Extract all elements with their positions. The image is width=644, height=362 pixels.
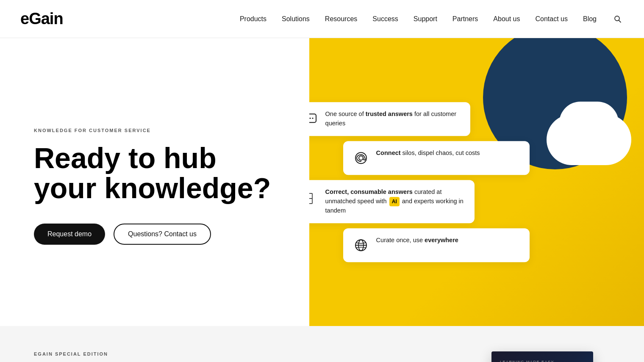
feature-card-1: One source of trusted answers for all cu… (309, 102, 470, 136)
nav-solutions[interactable]: Solutions (282, 15, 310, 23)
book-cover: LEARNING MADE EASY eGain Special Edition… (491, 351, 593, 362)
hero-left: KNOWLEDGE FOR CUSTOMER SERVICE Ready to … (0, 38, 309, 326)
feature-cards: One source of trusted answers for all cu… (309, 102, 487, 262)
nav-success[interactable]: Success (372, 15, 398, 23)
at-icon (352, 149, 370, 167)
data-flow-icon (309, 188, 319, 206)
card-4-text: Curate once, use everywhere (376, 236, 458, 245)
cloud-decoration (530, 89, 644, 165)
chat-icon (309, 110, 319, 128)
feature-card-2: Connect silos, dispel chaos, cut costs (343, 141, 530, 175)
svg-point-7 (359, 156, 363, 160)
hero-title-line1: Ready to hub (34, 142, 217, 174)
hero-title: Ready to hub your knowledge? (34, 143, 289, 204)
feature-card-3: Correct, consumable answers curated at u… (309, 180, 475, 223)
ai-badge: AI (389, 197, 400, 206)
globe-icon (352, 236, 370, 254)
bottom-eyebrow: EGAIN SPECIAL EDITION (34, 351, 458, 356)
nav-resources[interactable]: Resources (325, 15, 357, 23)
book-eyebrow: LEARNING MADE EASY (500, 360, 585, 362)
svg-point-4 (309, 118, 311, 119)
nav-blog[interactable]: Blog (583, 15, 597, 23)
main-nav: Products Solutions Resources Success Sup… (240, 13, 624, 25)
feature-card-4: Curate once, use everywhere (343, 228, 530, 262)
search-button[interactable] (612, 13, 624, 25)
nav-contact[interactable]: Contact us (535, 15, 567, 23)
hero-section: KNOWLEDGE FOR CUSTOMER SERVICE Ready to … (0, 38, 644, 326)
card-1-text: One source of trusted answers for all cu… (325, 110, 462, 128)
card-2-text: Connect silos, dispel chaos, cut costs (376, 149, 480, 158)
bottom-section: EGAIN SPECIAL EDITION Knowledge Manageme… (0, 326, 644, 362)
svg-line-1 (619, 20, 621, 22)
hero-eyebrow: KNOWLEDGE FOR CUSTOMER SERVICE (34, 128, 289, 133)
bottom-right: LEARNING MADE EASY eGain Special Edition… (491, 351, 610, 362)
bottom-left: EGAIN SPECIAL EDITION Knowledge Manageme… (34, 351, 458, 362)
svg-point-5 (312, 118, 313, 119)
request-demo-button[interactable]: Request demo (34, 224, 105, 245)
hero-right: One source of trusted answers for all cu… (309, 38, 644, 326)
nav-support[interactable]: Support (414, 15, 437, 23)
contact-us-button[interactable]: Questions? Contact us (114, 224, 211, 245)
nav-partners[interactable]: Partners (452, 15, 478, 23)
card-3-text: Correct, consumable answers curated at u… (325, 188, 466, 216)
hero-title-line2: your knowledge? (34, 172, 271, 204)
header: eGain Products Solutions Resources Succe… (0, 0, 644, 38)
nav-about[interactable]: About us (493, 15, 520, 23)
logo[interactable]: eGain (20, 10, 63, 28)
search-icon (613, 15, 622, 23)
hero-buttons: Request demo Questions? Contact us (34, 224, 289, 245)
nav-products[interactable]: Products (240, 15, 266, 23)
